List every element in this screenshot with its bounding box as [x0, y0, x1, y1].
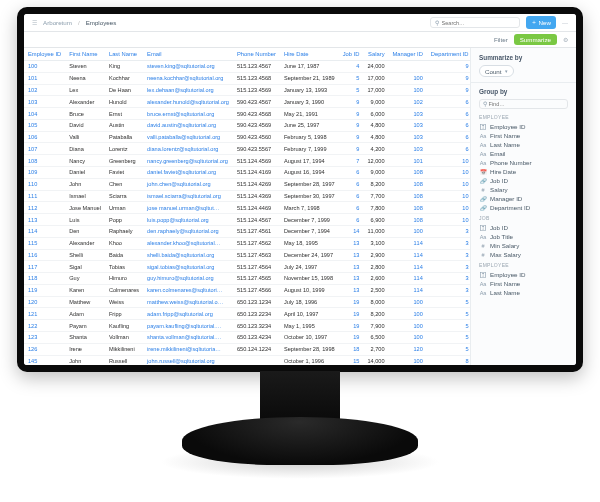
table-row[interactable]: 120MatthewWeissmatthew.weiss@sqltutorial… — [24, 296, 470, 308]
table-row[interactable]: 122PayamKauflingpayam.kaufling@sqltutori… — [24, 320, 470, 332]
group-field[interactable]: AaJob Title — [479, 232, 568, 241]
cell-hd: June 25, 1997 — [280, 119, 339, 131]
group-field[interactable]: 🄸Employee ID — [479, 270, 568, 279]
table-row[interactable]: 119KarenColmenareskaren.colmenares@sqltu… — [24, 284, 470, 296]
group-field[interactable]: AaPhone Number — [479, 158, 568, 167]
cell-id: 119 — [24, 284, 65, 296]
col-ln[interactable]: Last Name — [105, 48, 143, 61]
cell-id: 106 — [24, 131, 65, 143]
group-field[interactable]: 🄸Job ID — [479, 223, 568, 232]
table-row[interactable]: 126IreneMikkilineniirene.mikkilineni@sql… — [24, 343, 470, 355]
table-row[interactable]: 116ShelliBaidashelli.baida@sqltutorial.o… — [24, 249, 470, 261]
table-row[interactable]: 123ShantaVollmanshanta.vollman@sqltutori… — [24, 331, 470, 343]
group-field[interactable]: AaFirst Name — [479, 279, 568, 288]
table-row[interactable]: 103AlexanderHunoldalexander.hunold@sqltu… — [24, 96, 470, 108]
field-type-icon: 🄸 — [479, 272, 487, 278]
breadcrumb-db[interactable]: Arboretum — [43, 19, 72, 26]
col-hd[interactable]: Hire Date — [280, 48, 339, 61]
cell-id: 101 — [24, 72, 65, 84]
field-label: Job ID — [490, 224, 508, 231]
cell-hd: October 1, 1996 — [280, 355, 339, 365]
table-row[interactable]: 100StevenKingsteven.king@sqltutorial.org… — [24, 61, 470, 73]
group-field[interactable]: 📅Hire Date — [479, 167, 568, 176]
cell-ln: Hunold — [105, 96, 143, 108]
table-row[interactable]: 102LexDe Haanlex.dehaan@sqltutorial.org5… — [24, 84, 470, 96]
field-type-icon: 🔗 — [479, 178, 487, 184]
summarize-metric-pill[interactable]: Count ▾ — [479, 65, 514, 77]
cell-hd: December 7, 1994 — [280, 225, 339, 237]
col-fn[interactable]: First Name — [65, 48, 105, 61]
col-ph[interactable]: Phone Number — [233, 48, 280, 61]
col-dep[interactable]: Department ID — [427, 48, 470, 61]
group-by-heading: Group by — [479, 88, 568, 95]
cell-ph: 590.423.4567 — [233, 96, 280, 108]
cell-ln: Popp — [105, 214, 143, 226]
group-field[interactable]: AaFirst Name — [479, 131, 568, 140]
cell-hd: September 30, 1997 — [280, 190, 339, 202]
group-field[interactable]: #Salary — [479, 185, 568, 194]
table-row[interactable]: 113LuisPoppluis.popp@sqltutorial.org515.… — [24, 214, 470, 226]
col-mgr[interactable]: Manager ID — [389, 48, 427, 61]
group-field[interactable]: 🄸Employee ID — [479, 122, 568, 131]
table-row[interactable]: 115AlexanderKhooalexander.khoo@sqltutori… — [24, 237, 470, 249]
table-row[interactable]: 106ValliPataballavalli.pataballa@sqltuto… — [24, 131, 470, 143]
new-button[interactable]: ＋ New — [526, 16, 556, 29]
cell-ph: 515.123.4567 — [233, 61, 280, 73]
search-field[interactable] — [442, 20, 512, 26]
col-jid[interactable]: Job ID — [339, 48, 364, 61]
table-row[interactable]: 117SigalTobiassigal.tobias@sqltutorial.o… — [24, 261, 470, 273]
table-row[interactable]: 105DavidAustindavid.austin@sqltutorial.o… — [24, 119, 470, 131]
col-id[interactable]: Employee ID — [24, 48, 65, 61]
table-row[interactable]: 107DianaLorentzdiana.lorentz@sqltutorial… — [24, 143, 470, 155]
filter-button[interactable]: Filter — [494, 36, 508, 43]
table-wrap: Employee IDFirst NameLast NameEmailPhone… — [24, 48, 470, 365]
col-sal[interactable]: Salary — [363, 48, 388, 61]
overflow-icon[interactable]: ⋯ — [562, 19, 568, 26]
table-row[interactable]: 109DanielFavietdaniel.faviet@sqltutorial… — [24, 167, 470, 179]
table-row[interactable]: 104BruceErnstbruce.ernst@sqltutorial.org… — [24, 108, 470, 120]
cell-ln: Kaufling — [105, 320, 143, 332]
chevron-down-icon: ▾ — [505, 68, 508, 74]
group-field[interactable]: 🔗Manager ID — [479, 194, 568, 203]
table-row[interactable]: 110JohnChenjohn.chen@sqltutorial.org515.… — [24, 178, 470, 190]
cell-dep: 6 — [427, 119, 470, 131]
table-row[interactable]: 121AdamFrippadam.fripp@sqltutorial.org65… — [24, 308, 470, 320]
group-field[interactable]: 🔗Job ID — [479, 176, 568, 185]
cell-ln: Sciarra — [105, 190, 143, 202]
menu-icon[interactable]: ☰ — [32, 19, 37, 26]
group-search-field[interactable] — [489, 101, 554, 107]
group-search[interactable]: ⚲ — [479, 99, 568, 109]
breadcrumb-table[interactable]: Employees — [86, 19, 117, 26]
cell-hd: May 21, 1991 — [280, 108, 339, 120]
table-row[interactable]: 112Jose ManuelUrmanjose manuel.urman@sql… — [24, 202, 470, 214]
group-field[interactable]: AaLast Name — [479, 140, 568, 149]
group-field[interactable]: 🔗Department ID — [479, 203, 568, 212]
table-row[interactable]: 118GuyHimuroguy.himuro@sqltutorial.org51… — [24, 273, 470, 285]
field-type-icon: 📅 — [479, 169, 487, 175]
cell-ph: 650.123.3234 — [233, 320, 280, 332]
cell-dep: 6 — [427, 131, 470, 143]
table-row[interactable]: 108NancyGreenbergnancy.greenberg@sqltuto… — [24, 155, 470, 167]
group-field[interactable]: AaEmail — [479, 149, 568, 158]
cell-dep: 8 — [427, 355, 470, 365]
group-field[interactable]: #Min Salary — [479, 241, 568, 250]
cell-em: guy.himuro@sqltutorial.org — [143, 273, 233, 285]
cell-jid: 18 — [339, 343, 364, 355]
group-field[interactable]: #Max Salary — [479, 250, 568, 259]
group-field[interactable]: AaLast Name — [479, 288, 568, 297]
col-em[interactable]: Email — [143, 48, 233, 61]
field-label: Max Salary — [490, 251, 521, 258]
gear-icon[interactable]: ⚙ — [563, 36, 568, 43]
table-row[interactable]: 101NeenaKochharneena.kochhar@sqltutorial… — [24, 72, 470, 84]
table-row[interactable]: 114DenRaphaelyden.raphaely@sqltutorial.o… — [24, 225, 470, 237]
cell-dep: 3 — [427, 225, 470, 237]
cell-jid: 6 — [339, 178, 364, 190]
table-row[interactable]: 111IsmaelSciarraismael.sciarra@sqltutori… — [24, 190, 470, 202]
summarize-button[interactable]: Summarize — [514, 34, 557, 45]
table-row[interactable]: 145JohnRusselljohn.russell@sqltutorial.o… — [24, 355, 470, 365]
cell-hd: August 17, 1994 — [280, 155, 339, 167]
cell-sal: 12,000 — [363, 155, 388, 167]
search-input[interactable]: ⚲ — [430, 17, 520, 28]
group-category: JOB — [479, 215, 568, 221]
cell-hd: October 10, 1997 — [280, 331, 339, 343]
